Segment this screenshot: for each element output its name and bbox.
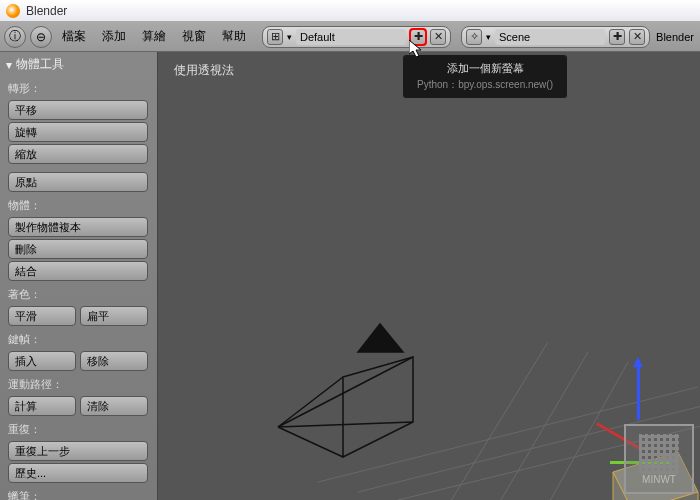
- add-scene-button[interactable]: ✚: [609, 29, 625, 45]
- clear-path-button[interactable]: 清除: [80, 396, 148, 416]
- flat-button[interactable]: 扁平: [80, 306, 148, 326]
- viewport-scene: [158, 52, 700, 500]
- tooltip: 添加一個新螢幕 Python：bpy.ops.screen.new(): [402, 54, 568, 99]
- tooltip-python: Python：bpy.ops.screen.new(): [417, 78, 553, 92]
- section-grease: 蠟筆：: [0, 485, 157, 500]
- tooltip-title: 添加一個新螢幕: [417, 61, 553, 76]
- menu-add[interactable]: 添加: [96, 26, 132, 47]
- svg-line-7: [278, 377, 343, 427]
- render-engine-label: Blender: [656, 31, 696, 43]
- delete-screen-button[interactable]: ✕: [430, 29, 446, 45]
- svg-line-3: [488, 352, 588, 500]
- delete-scene-button[interactable]: ✕: [629, 29, 645, 45]
- section-keyframe: 鍵幀：: [0, 328, 157, 349]
- section-repeat: 重復：: [0, 418, 157, 439]
- panel-title[interactable]: ▾ 物體工具: [0, 52, 157, 77]
- menu-render[interactable]: 算繪: [136, 26, 172, 47]
- editor-type-icon[interactable]: ⓘ: [4, 26, 26, 48]
- layout-name-field[interactable]: Default: [296, 29, 406, 45]
- history-button[interactable]: 歷史...: [8, 463, 148, 483]
- qr-icon: [639, 434, 679, 474]
- 3d-viewport[interactable]: 使用透視法: [158, 52, 700, 500]
- screen-layout-selector[interactable]: ⊞ ▾ Default ✚ ✕: [262, 26, 451, 48]
- insert-key-button[interactable]: 插入: [8, 351, 76, 371]
- section-motion: 運動路徑：: [0, 373, 157, 394]
- duplicate-button[interactable]: 製作物體複本: [8, 217, 148, 237]
- svg-line-10: [278, 427, 343, 457]
- smooth-button[interactable]: 平滑: [8, 306, 76, 326]
- section-transform: 轉形：: [0, 77, 157, 98]
- section-object: 物體：: [0, 194, 157, 215]
- blender-logo-icon: [6, 4, 20, 18]
- chevron-down-icon: ▾: [287, 32, 292, 42]
- calc-path-button[interactable]: 計算: [8, 396, 76, 416]
- window-title: Blender: [26, 4, 67, 18]
- disclosure-down-icon: ▾: [6, 58, 12, 72]
- svg-marker-6: [343, 357, 413, 457]
- scene-name-field[interactable]: Scene: [495, 29, 605, 45]
- delete-button[interactable]: 刪除: [8, 239, 148, 259]
- origin-button[interactable]: 原點: [8, 172, 148, 192]
- remove-key-button[interactable]: 移除: [80, 351, 148, 371]
- svg-marker-11: [358, 324, 403, 352]
- join-button[interactable]: 結合: [8, 261, 148, 281]
- section-shading: 著色：: [0, 283, 157, 304]
- rotate-button[interactable]: 旋轉: [8, 122, 148, 142]
- scene-selector[interactable]: ✧ ▾ Scene ✚ ✕: [461, 26, 650, 48]
- watermark: MINWT: [624, 424, 694, 494]
- menu-file[interactable]: 檔案: [56, 26, 92, 47]
- menu-help[interactable]: 幫助: [216, 26, 252, 47]
- info-header: ⓘ ⊖ 檔案 添加 算繪 視窗 幫助 ⊞ ▾ Default ✚ ✕ ✧ ▾ S…: [0, 22, 700, 52]
- menu-window[interactable]: 視窗: [176, 26, 212, 47]
- add-screen-button[interactable]: ✚: [410, 29, 426, 45]
- repeat-last-button[interactable]: 重復上一步: [8, 441, 148, 461]
- collapse-menu-icon[interactable]: ⊖: [30, 26, 52, 48]
- svg-line-8: [278, 357, 413, 427]
- translate-button[interactable]: 平移: [8, 100, 148, 120]
- scale-button[interactable]: 縮放: [8, 144, 148, 164]
- svg-line-9: [278, 422, 413, 427]
- layout-browse-icon[interactable]: ⊞: [267, 29, 283, 45]
- axis-z-gizmo[interactable]: [637, 360, 640, 420]
- window-titlebar: Blender: [0, 0, 700, 22]
- tool-shelf: ▾ 物體工具 轉形： 平移 旋轉 縮放 原點 物體： 製作物體複本 刪除 結合 …: [0, 52, 158, 500]
- chevron-down-icon: ▾: [486, 32, 491, 42]
- scene-browse-icon[interactable]: ✧: [466, 29, 482, 45]
